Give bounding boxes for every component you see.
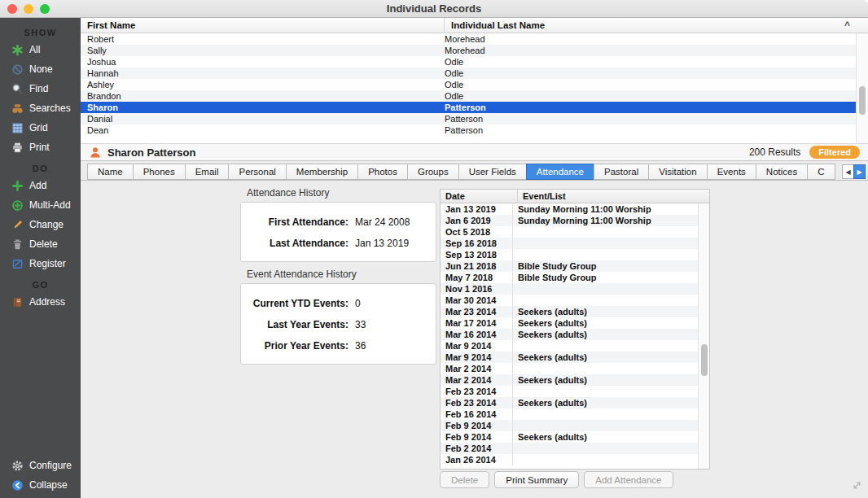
- tab-email[interactable]: Email: [185, 164, 230, 180]
- sidebar-item-register[interactable]: Register: [0, 254, 81, 273]
- tab-name[interactable]: Name: [87, 164, 134, 180]
- sidebar-item-add[interactable]: Add: [0, 176, 81, 195]
- record-row-robert-morehead[interactable]: RobertMorehead: [81, 33, 856, 45]
- attendance-row[interactable]: Feb 2 2014: [441, 443, 698, 454]
- attendance-row[interactable]: Mar 16 2014Seekers (adults): [441, 329, 698, 340]
- records-rows: RobertMoreheadSallyMoreheadJoshuaOdleHan…: [81, 33, 856, 143]
- tab-user-fields[interactable]: User Fields: [458, 164, 527, 180]
- tab-scroll-right-button[interactable]: ▶: [853, 164, 866, 179]
- attendance-row[interactable]: Mar 2 2014Seekers (adults): [441, 374, 698, 386]
- records-scrollbar-thumb[interactable]: [859, 86, 866, 115]
- attendance-row[interactable]: May 7 2018Bible Study Group: [441, 272, 698, 283]
- column-header-first-name[interactable]: First Name: [81, 18, 445, 33]
- sidebar-item-print[interactable]: Print: [0, 138, 81, 157]
- tab-visitation[interactable]: Visitation: [648, 164, 707, 180]
- tab-photos[interactable]: Photos: [357, 164, 408, 180]
- sidebar-item-searches[interactable]: Searches: [0, 98, 81, 118]
- sidebar-item-collapse[interactable]: Collapse: [0, 475, 81, 495]
- attendance-row[interactable]: Mar 2 2014: [441, 363, 698, 374]
- tab-pastoral[interactable]: Pastoral: [594, 164, 649, 180]
- event-attendance-field: Last Year Events:33: [252, 319, 424, 330]
- record-row-dean-patterson[interactable]: DeanPatterson: [81, 124, 856, 136]
- attendance-row[interactable]: Jan 6 2019Sunday Morning 11:00 Worship: [441, 215, 698, 226]
- attendance-row[interactable]: Mar 23 2014Seekers (adults): [441, 306, 698, 317]
- attendance-date-cell: Feb 16 2014: [441, 408, 513, 420]
- event-attendance-history-title: Event Attendance History: [247, 269, 436, 280]
- tab-phones[interactable]: Phones: [133, 164, 186, 180]
- delete-button[interactable]: Delete: [440, 471, 489, 488]
- tab-scroll-left-button[interactable]: ◀: [842, 164, 854, 179]
- record-row-brandon-odle[interactable]: BrandonOdle: [81, 90, 856, 102]
- attendance-row[interactable]: Jan 26 2014: [441, 454, 698, 465]
- attendance-event-cell: Sunday Morning 11:00 Worship: [513, 216, 698, 225]
- tab-groups[interactable]: Groups: [407, 164, 459, 180]
- column-header-event-list[interactable]: Event/List: [518, 191, 709, 201]
- address-book-icon: [11, 295, 24, 308]
- attendance-row[interactable]: Jun 21 2018Bible Study Group: [441, 260, 698, 272]
- record-row-danial-patterson[interactable]: DanialPatterson: [81, 113, 856, 124]
- tab-membership[interactable]: Membership: [286, 164, 358, 180]
- sidebar-item-none[interactable]: None: [0, 59, 81, 79]
- sidebar-section-header-do: DO: [0, 157, 81, 176]
- record-row-ashley-odle[interactable]: AshleyOdle: [81, 79, 856, 90]
- attendance-row[interactable]: Mar 9 2014: [441, 340, 698, 352]
- attendance-row[interactable]: Feb 9 2014Seekers (adults): [441, 431, 698, 443]
- none-circle-icon: [11, 63, 24, 76]
- attendance-row[interactable]: Nov 1 2016: [441, 283, 698, 295]
- attendance-history-field-value: Jan 13 2019: [349, 238, 424, 249]
- attendance-date-cell: Mar 9 2014: [441, 352, 513, 363]
- tab-bar: NamePhonesEmailPersonalMembershipPhotosG…: [81, 162, 868, 181]
- close-window-button[interactable]: [7, 4, 17, 14]
- first-name-cell: Hannah: [81, 68, 438, 78]
- attendance-date-cell: Jun 21 2018: [441, 260, 513, 272]
- record-row-hannah-odle[interactable]: HannahOdle: [81, 68, 856, 79]
- sidebar-item-find[interactable]: Find: [0, 79, 81, 98]
- attendance-scrollbar-thumb[interactable]: [701, 344, 708, 376]
- event-attendance-field-label: Prior Year Events:: [252, 340, 349, 352]
- last-name-cell: Odle: [438, 68, 856, 78]
- tab-personal[interactable]: Personal: [228, 164, 286, 180]
- attendance-row[interactable]: Mar 30 2014: [441, 295, 698, 306]
- sidebar-item-configure[interactable]: Configure: [0, 456, 81, 475]
- attendance-row[interactable]: Mar 17 2014Seekers (adults): [441, 317, 698, 329]
- record-row-sharon-patterson[interactable]: SharonPatterson: [81, 102, 856, 113]
- records-scrollbar[interactable]: [856, 33, 868, 143]
- attendance-row[interactable]: Mar 9 2014Seekers (adults): [441, 352, 698, 363]
- sidebar-item-address[interactable]: Address: [0, 292, 81, 312]
- main-area: First Name Individual Last Name ^ Robert…: [81, 18, 868, 498]
- sidebar-item-delete[interactable]: Delete: [0, 234, 81, 254]
- sidebar-item-label: Add: [29, 180, 46, 191]
- tab-attendance[interactable]: Attendance: [526, 164, 594, 180]
- record-row-joshua-odle[interactable]: JoshuaOdle: [81, 56, 856, 68]
- attendance-event-cell: Seekers (adults): [513, 307, 698, 317]
- sidebar-item-multi-add[interactable]: Multi-Add: [0, 195, 81, 215]
- sidebar-item-change[interactable]: Change: [0, 215, 81, 234]
- attendance-row[interactable]: Sep 16 2018: [441, 238, 698, 249]
- add-attendance-button[interactable]: Add Attendance: [584, 471, 673, 488]
- attendance-row[interactable]: Jan 13 2019Sunday Morning 11:00 Worship: [441, 203, 698, 215]
- attendance-scrollbar[interactable]: [698, 203, 709, 469]
- attendance-row[interactable]: Feb 23 2014Seekers (adults): [441, 397, 698, 408]
- column-header-date[interactable]: Date: [441, 190, 518, 203]
- attendance-row[interactable]: Feb 16 2014: [441, 408, 698, 420]
- attendance-row[interactable]: Feb 9 2014: [441, 420, 698, 431]
- column-header-last-name[interactable]: Individual Last Name ^: [445, 18, 868, 33]
- attendance-row[interactable]: Sep 13 2018: [441, 249, 698, 260]
- tab-events[interactable]: Events: [707, 164, 756, 180]
- resize-handle-icon[interactable]: [851, 479, 863, 495]
- record-row-sally-morehead[interactable]: SallyMorehead: [81, 45, 856, 56]
- zoom-window-button[interactable]: [40, 4, 50, 14]
- sidebar-item-grid[interactable]: Grid: [0, 118, 81, 138]
- filtered-badge[interactable]: Filtered: [809, 146, 860, 159]
- attendance-row[interactable]: Oct 5 2018: [441, 226, 698, 238]
- attendance-row[interactable]: Feb 23 2014: [441, 386, 698, 397]
- attendance-event-cell: Sunday Morning 11:00 Worship: [513, 204, 698, 214]
- tab-c[interactable]: C: [807, 164, 835, 180]
- tab-notices[interactable]: Notices: [756, 164, 808, 180]
- minimize-window-button[interactable]: [24, 4, 33, 14]
- print-summary-button[interactable]: Print Summary: [494, 471, 579, 488]
- attendance-history-field-label: Last Attendance:: [252, 238, 349, 249]
- attendance-history-box: First Attendance:Mar 24 2008Last Attenda…: [240, 202, 436, 262]
- sidebar-item-all[interactable]: All: [0, 40, 81, 59]
- tab-strip: NamePhonesEmailPersonalMembershipPhotosG…: [87, 164, 841, 180]
